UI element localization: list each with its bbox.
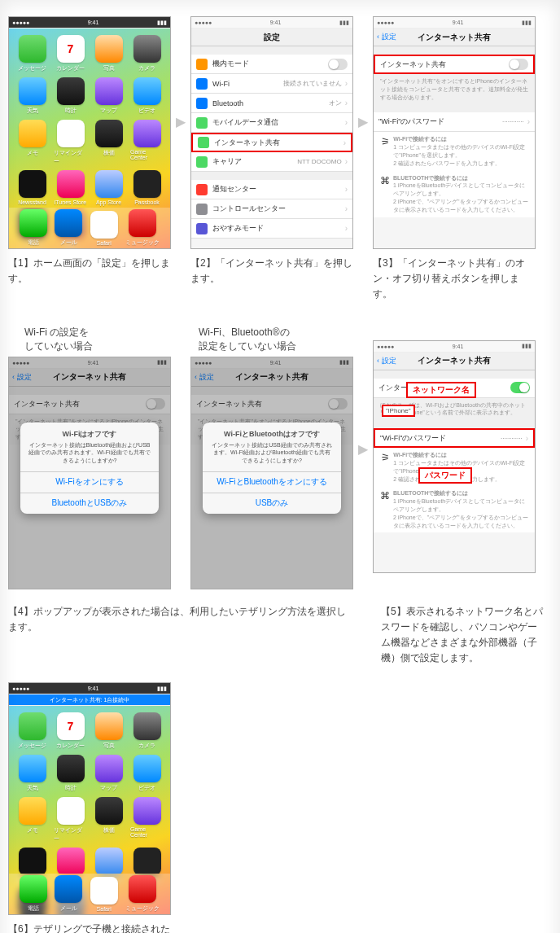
arrow-icon: ▶	[176, 114, 186, 129]
caption-6: 【6】テザリングで子機と接続された場合、ホーム画面の上部などで「インターネット共…	[8, 922, 171, 933]
caption-4: 【4】ポップアップが表示された場合は、利用したいテザリング方法を選択します。	[8, 604, 355, 635]
app-株価[interactable]: 株価	[92, 120, 125, 165]
arrow-icon: ▶	[358, 114, 368, 129]
app-リマインダー[interactable]: リマインダー	[54, 797, 87, 843]
popup-btn-usb-only[interactable]: USBのみ	[203, 493, 341, 514]
toggle-off[interactable]	[509, 59, 528, 70]
app-マップ[interactable]: マップ	[92, 77, 125, 115]
dock-メール[interactable]: メール	[55, 875, 82, 913]
screenshot-home: ●●●●●9:41▮▮▮ メッセージ7カレンダー写真カメラ天気時計マップビデオメ…	[8, 16, 171, 249]
settings-row-Bluetooth[interactable]: Bluetoothオン›	[191, 94, 352, 113]
app-写真[interactable]: 写真	[92, 35, 125, 72]
bluetooth-icon: ⌘	[380, 174, 390, 214]
hotspot-toggle-row[interactable]: インターネット共有	[374, 55, 535, 74]
screenshot-settings: ●●●●●9:41▮▮▮ 設定 機内モードWi-Fi接続されていません›Blue…	[190, 16, 353, 249]
app-Newsstand[interactable]: Newsstand	[15, 170, 49, 205]
app-Game Center[interactable]: Game Center	[130, 120, 164, 165]
airplane-toggle[interactable]	[328, 59, 348, 70]
app-カレンダー[interactable]: 7カレンダー	[54, 35, 87, 72]
settings-row-キャリア[interactable]: キャリアNTT DOCOMO›	[191, 152, 352, 172]
app-Game Center[interactable]: Game Center	[130, 797, 164, 843]
dock-Safari[interactable]: Safari	[90, 211, 118, 246]
app-時計[interactable]: 時計	[54, 755, 87, 792]
tag-network-name: ネットワーク名	[406, 382, 476, 398]
app-カメラ[interactable]: カメラ	[130, 35, 164, 72]
nav-bar: 設定	[191, 28, 352, 46]
wifi-password-row[interactable]: "Wi-Fi"のパスワード············›	[374, 112, 535, 132]
settings-row-機内モード[interactable]: 機内モード	[191, 55, 352, 74]
screenshot-popup-btwifi: ●●●●●9:41▮▮▮ ‹ 設定インターネット共有 インターネット共有 "イン…	[190, 357, 353, 589]
caption-2: 【2】「インターネット共有」を押します。	[190, 256, 353, 287]
app-App Store[interactable]: App Store	[92, 170, 125, 205]
app-iTunes Store[interactable]: iTunes Store	[54, 170, 87, 205]
app-ビデオ[interactable]: ビデオ	[130, 77, 164, 115]
app-メッセージ[interactable]: メッセージ	[15, 35, 49, 72]
wifi-icon: ⚞	[380, 135, 390, 167]
settings-row-コントロールセンター[interactable]: コントロールセンター›	[191, 199, 352, 219]
caption-5: 【5】表示されるネットワーク名とパスワードを確認し、パソコンやゲーム機器などさま…	[381, 604, 544, 667]
dock-ミュージック[interactable]: ミュージック	[125, 875, 160, 913]
app-メモ[interactable]: メモ	[15, 120, 49, 165]
alert-popup: Wi-FiとBluetoothはオフです インターネット接続はUSB経由でのみ共…	[203, 423, 341, 514]
settings-row-おやすみモード[interactable]: おやすみモード›	[191, 219, 352, 239]
app-株価[interactable]: 株価	[92, 797, 125, 843]
nav-bar: ‹ 設定インターネット共有	[374, 28, 535, 46]
network-name-value: "iPhone"	[382, 405, 415, 417]
alert-popup: Wi-Fiはオフです インターネット接続はBluetooth経由およびUSB経由…	[20, 423, 159, 514]
arrow-icon: ▶	[358, 441, 368, 457]
app-カレンダー[interactable]: 7カレンダー	[54, 712, 87, 750]
back-button[interactable]: ‹ 設定	[377, 32, 396, 42]
app-ビデオ[interactable]: ビデオ	[130, 755, 164, 792]
caption-3: 【3】「インターネット共有」のオン・オフ切り替えボタンを押します。	[373, 256, 536, 303]
tag-password: パスワード	[418, 467, 472, 484]
wifi-password-row[interactable]: "Wi-Fi"のパスワード············›	[374, 428, 535, 448]
dock-ミュージック[interactable]: ミュージック	[125, 209, 160, 247]
caption-1: 【1】ホーム画面の「設定」を押します。	[8, 256, 171, 287]
app-メモ[interactable]: メモ	[15, 797, 49, 843]
screenshot-home-sharing: ●●●●●9:41▮▮▮ インターネット共有: 1台接続中 メッセージ7カレンダ…	[8, 682, 171, 915]
app-リマインダー[interactable]: リマインダー	[54, 120, 87, 165]
hotspot-banner: インターネット共有: 1台接続中	[9, 694, 170, 706]
popup-btn-bt-usb[interactable]: BluetoothとUSBのみ	[20, 493, 159, 514]
dock-電話[interactable]: 電話	[20, 209, 47, 247]
subheading-4a: Wi-Fi の設定を していない場合	[8, 326, 171, 353]
settings-row-モバイルデータ通信[interactable]: モバイルデータ通信›	[191, 113, 352, 133]
screenshot-popup-wifi: ●●●●●9:41▮▮▮ ‹ 設定インターネット共有 インターネット共有 "イン…	[8, 357, 171, 589]
app-マップ[interactable]: マップ	[92, 755, 125, 792]
screenshot-hotspot-off: ●●●●●9:41▮▮▮ ‹ 設定インターネット共有 インターネット共有 "イン…	[373, 16, 536, 249]
popup-btn-wifi-on[interactable]: Wi-Fiをオンにする	[20, 471, 159, 493]
status-bar: ●●●●●9:41▮▮▮	[9, 17, 170, 28]
app-天気[interactable]: 天気	[15, 755, 49, 792]
subheading-4b: Wi-Fi、Bluetooth®の 設定をしていない場合	[190, 326, 353, 353]
app-時計[interactable]: 時計	[54, 77, 87, 115]
dock-Safari[interactable]: Safari	[90, 877, 118, 912]
app-カメラ[interactable]: カメラ	[130, 712, 164, 750]
dock-メール[interactable]: メール	[55, 209, 82, 247]
toggle-on[interactable]	[510, 382, 530, 393]
status-bar: ●●●●●9:41▮▮▮	[191, 17, 352, 28]
status-bar: ●●●●●9:41▮▮▮	[374, 17, 535, 28]
dock-電話[interactable]: 電話	[20, 875, 47, 913]
settings-row-インターネット共有[interactable]: インターネット共有›	[191, 133, 352, 152]
popup-btn-both-on[interactable]: Wi-FiとBluetoothをオンにする	[203, 471, 341, 493]
settings-row-通知センター[interactable]: 通知センター›	[191, 180, 352, 199]
app-メッセージ[interactable]: メッセージ	[15, 712, 49, 750]
settings-row-Wi-Fi[interactable]: Wi-Fi接続されていません›	[191, 74, 352, 94]
app-Passbook[interactable]: Passbook	[130, 170, 164, 205]
app-写真[interactable]: 写真	[92, 712, 125, 750]
screenshot-hotspot-on: ●●●●●9:41▮▮▮ ‹ 設定インターネット共有 インターネット共有 ほかの…	[373, 340, 536, 573]
app-天気[interactable]: 天気	[15, 77, 49, 115]
